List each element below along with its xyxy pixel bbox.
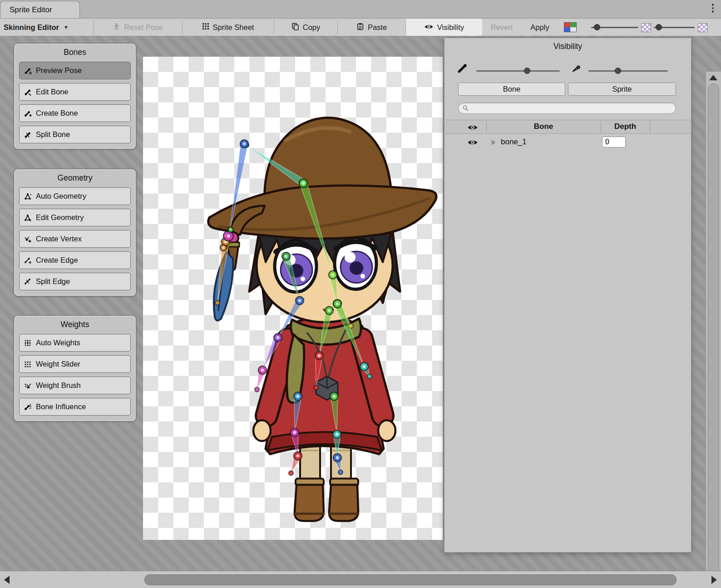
reset-pose-button[interactable]: Reset Pose — [94, 19, 182, 36]
zoom-slider-knob[interactable] — [594, 24, 600, 30]
search-input[interactable] — [471, 103, 673, 114]
create-vertex-icon — [24, 235, 32, 243]
split-bone-button[interactable]: Split Bone — [19, 126, 131, 143]
search-icon — [462, 105, 469, 113]
visibility-eye-header-icon[interactable] — [467, 124, 478, 133]
auto-weights-icon — [24, 339, 32, 347]
bone-visibility-eye-icon[interactable] — [467, 139, 478, 148]
bone-influence-icon — [24, 403, 32, 411]
horizontal-scrollbar-thumb[interactable] — [144, 574, 677, 585]
weight-brush-icon — [24, 382, 32, 390]
sprite-editor-window: Sprite Editor Skinning Editor ▼ Reset Po… — [0, 0, 721, 588]
edit-geometry-icon — [24, 214, 32, 222]
chevron-down-icon: ▼ — [64, 24, 69, 30]
tab-sprite[interactable]: Sprite — [568, 83, 676, 96]
tab-bone[interactable]: Bone — [458, 83, 565, 96]
auto-geometry-button[interactable]: Auto Geometry — [19, 187, 131, 205]
split-edge-icon — [24, 278, 32, 286]
workspace: Bones Preview Pose Edit Bone Create Bone… — [0, 36, 721, 571]
geometry-panel: Geometry Auto Geometry Edit Geometry Cre… — [14, 169, 136, 296]
scroll-left-arrow[interactable] — [4, 576, 10, 584]
copy-icon — [291, 23, 299, 32]
bone-row[interactable]: bone_1 — [444, 135, 691, 150]
sprite-opacity-slider-knob[interactable] — [615, 68, 621, 74]
edit-bone-button[interactable]: Edit Bone — [19, 83, 131, 101]
depth-input[interactable] — [602, 137, 626, 147]
scroll-up-arrow[interactable] — [709, 75, 717, 80]
geometry-panel-title: Geometry — [14, 169, 136, 184]
create-bone-icon — [24, 109, 32, 118]
edit-bone-icon — [24, 88, 32, 96]
sprite-sheet-button[interactable]: Sprite Sheet — [183, 19, 273, 36]
eye-icon — [424, 23, 434, 32]
column-header-depth[interactable]: Depth — [601, 122, 650, 131]
preview-pose-icon — [24, 67, 32, 75]
tab-strip: Sprite Editor — [0, 0, 721, 19]
sprite-opacity-icon — [571, 63, 582, 75]
mode-dropdown[interactable]: Skinning Editor ▼ — [4, 19, 93, 36]
sprite-sheet-icon — [202, 23, 209, 32]
split-edge-button[interactable]: Split Edge — [19, 273, 131, 290]
kebab-menu-icon[interactable] — [712, 4, 714, 13]
tab-sprite-editor[interactable]: Sprite Editor — [0, 1, 80, 18]
weight-slider-button[interactable]: Weight Slider — [19, 355, 131, 373]
bone-table-header: Bone Depth — [444, 120, 691, 134]
sprite-canvas[interactable] — [143, 57, 443, 540]
edit-geometry-button[interactable]: Edit Geometry — [19, 209, 131, 226]
horizontal-scrollbar[interactable] — [0, 571, 721, 588]
create-bone-button[interactable]: Create Bone — [19, 104, 131, 122]
paste-button[interactable]: Paste — [338, 19, 405, 36]
visibility-panel: Visibility Bone Sprite — [444, 38, 691, 553]
alpha-slider[interactable] — [654, 27, 695, 28]
create-edge-button[interactable]: Create Edge — [19, 251, 131, 269]
create-edge-icon — [24, 256, 32, 265]
bone-influence-button[interactable]: Bone Influence — [19, 398, 131, 416]
tab-label: Sprite Editor — [10, 5, 52, 15]
reset-pose-icon — [113, 23, 120, 32]
vertical-scrollbar-thumb[interactable] — [708, 83, 719, 571]
preview-pose-button[interactable]: Preview Pose — [19, 62, 131, 79]
apply-button[interactable]: Apply — [521, 19, 558, 36]
split-bone-icon — [24, 131, 32, 139]
alpha-checker-icon-small[interactable] — [641, 23, 651, 32]
sprite-opacity-slider[interactable] — [588, 70, 668, 72]
create-vertex-button[interactable]: Create Vertex — [19, 230, 131, 248]
copy-button[interactable]: Copy — [274, 19, 337, 36]
color-mode-swatch[interactable] — [564, 22, 577, 32]
vertical-scrollbar[interactable] — [706, 72, 721, 571]
bone-opacity-slider[interactable] — [476, 70, 560, 72]
column-header-bone[interactable]: Bone — [486, 122, 601, 131]
weight-slider-icon — [24, 360, 32, 368]
character-sprite — [143, 57, 443, 540]
visibility-panel-title: Visibility — [444, 38, 691, 51]
zoom-slider[interactable] — [591, 27, 638, 28]
bone-opacity-icon — [457, 63, 468, 75]
scroll-right-arrow[interactable] — [711, 576, 717, 584]
mode-dropdown-label: Skinning Editor — [4, 23, 59, 32]
paste-icon — [356, 23, 364, 32]
visibility-button[interactable]: Visibility — [406, 19, 482, 36]
weight-brush-button[interactable]: Weight Brush — [19, 377, 131, 394]
weights-panel: Weights Auto Weights Weight Slider Weigh… — [14, 315, 136, 421]
weights-panel-title: Weights — [14, 316, 136, 330]
bone-name-label[interactable]: bone_1 — [501, 137, 527, 147]
bones-panel: Bones Preview Pose Edit Bone Create Bone… — [14, 43, 136, 149]
alpha-checker-icon-large[interactable] — [698, 23, 708, 32]
revert-button[interactable]: Revert — [483, 19, 521, 36]
auto-weights-button[interactable]: Auto Weights — [19, 334, 131, 352]
auto-geometry-icon — [24, 192, 32, 201]
bone-opacity-slider-knob[interactable] — [524, 68, 530, 74]
search-box[interactable] — [458, 103, 676, 114]
alpha-slider-knob[interactable] — [656, 24, 662, 30]
bones-panel-title: Bones — [14, 44, 136, 58]
expand-arrow-icon[interactable] — [492, 140, 496, 145]
toolbar: Skinning Editor ▼ Reset Pose Sprite Shee… — [0, 19, 721, 36]
